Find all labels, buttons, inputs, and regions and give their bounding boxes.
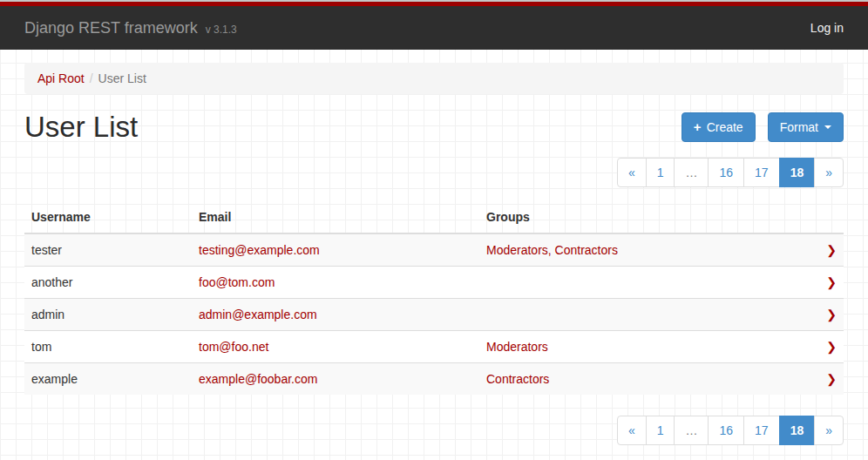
pagination-top: « 1 … 16 17 18 »	[24, 158, 844, 187]
email-link[interactable]: tom@foo.net	[199, 340, 268, 354]
pagination-bottom: « 1 … 16 17 18 »	[24, 416, 844, 445]
email-link[interactable]: admin@example.com	[199, 308, 317, 321]
brand: Django REST framework v 3.1.3	[24, 19, 237, 37]
username-cell: another	[24, 267, 192, 299]
navbar: Django REST framework v 3.1.3 Log in	[0, 6, 868, 50]
table-header-row: Username Email Groups	[24, 201, 844, 233]
page-item-18-active[interactable]: 18	[780, 158, 816, 187]
username-cell: admin	[24, 299, 192, 331]
create-button-label: Create	[707, 118, 743, 136]
groups-link[interactable]: Moderators	[486, 340, 548, 354]
page-ellipsis: …	[675, 416, 709, 445]
table-row: admin admin@example.com ❯	[24, 299, 844, 331]
column-header-email: Email	[192, 201, 479, 233]
page-prev[interactable]: «	[617, 158, 647, 187]
breadcrumb-current: User List	[98, 71, 146, 85]
format-button-label: Format	[780, 118, 818, 136]
table-row: tester testing@example.com Moderators, C…	[24, 233, 844, 267]
page-item-1[interactable]: 1	[647, 416, 675, 445]
page-item-18-active[interactable]: 18	[780, 416, 816, 445]
email-link[interactable]: foo@tom.com	[199, 275, 275, 289]
page-item-17[interactable]: 17	[744, 416, 780, 445]
chevron-right-icon[interactable]: ❯	[826, 308, 837, 321]
username-cell: example	[24, 363, 192, 396]
page-ellipsis: …	[675, 158, 709, 187]
plus-icon: +	[694, 118, 702, 136]
column-header-detail	[783, 201, 844, 233]
version-label: v 3.1.3	[206, 24, 237, 36]
table-row: tom tom@foo.net Moderators ❯	[24, 331, 844, 363]
groups-link[interactable]: Moderators, Contractors	[486, 243, 618, 257]
table-row: example example@foobar.com Contractors ❯	[24, 363, 844, 396]
breadcrumb: Api Root/User List	[24, 63, 844, 94]
page-item-16[interactable]: 16	[709, 416, 744, 445]
email-link[interactable]: example@foobar.com	[199, 372, 317, 386]
page-next[interactable]: »	[815, 416, 844, 445]
chevron-right-icon[interactable]: ❯	[826, 372, 837, 386]
login-link[interactable]: Log in	[810, 21, 844, 35]
caret-down-icon	[824, 125, 831, 129]
users-table: Username Email Groups tester testing@exa…	[24, 201, 844, 395]
format-button[interactable]: Format	[768, 112, 844, 142]
chevron-right-icon[interactable]: ❯	[826, 340, 837, 354]
breadcrumb-link-api-root[interactable]: Api Root	[37, 71, 85, 85]
page-prev[interactable]: «	[617, 416, 647, 445]
username-cell: tester	[24, 233, 192, 267]
chevron-right-icon[interactable]: ❯	[826, 275, 837, 289]
page-item-17[interactable]: 17	[744, 158, 780, 187]
create-button[interactable]: + Create	[682, 112, 756, 142]
username-cell: tom	[24, 331, 192, 363]
email-link[interactable]: testing@example.com	[199, 243, 320, 257]
groups-link[interactable]: Contractors	[486, 372, 549, 386]
breadcrumb-separator: /	[85, 71, 98, 85]
page-item-16[interactable]: 16	[709, 158, 744, 187]
column-header-groups: Groups	[479, 201, 783, 233]
page-title: User List	[24, 112, 138, 143]
brand-title: Django REST framework	[24, 19, 198, 37]
page-header: User List + Create Format	[24, 112, 844, 143]
page-item-1[interactable]: 1	[647, 158, 675, 187]
page-next[interactable]: »	[815, 158, 844, 187]
table-row: another foo@tom.com ❯	[24, 267, 844, 299]
column-header-username: Username	[24, 201, 192, 233]
chevron-right-icon[interactable]: ❯	[826, 243, 837, 257]
